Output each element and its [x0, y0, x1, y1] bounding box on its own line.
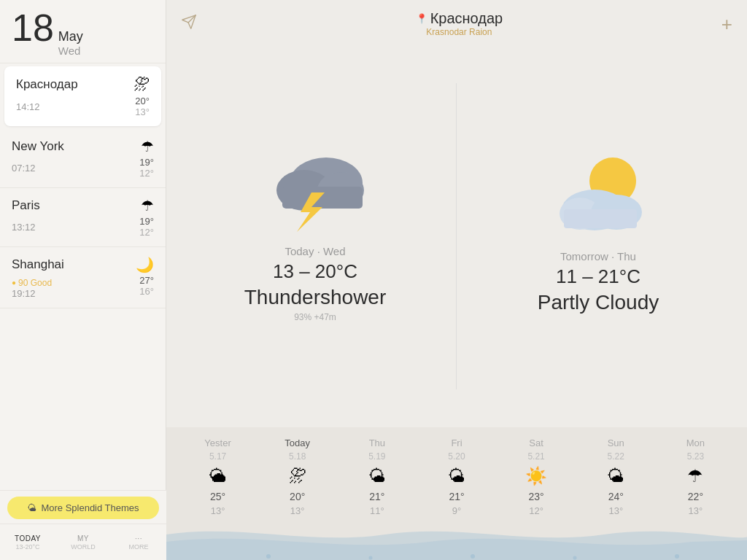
- fc-high-6: 22°: [688, 491, 703, 502]
- fc-date-1: 5.18: [289, 451, 306, 462]
- fc-day-6: Mon: [686, 438, 705, 448]
- city-name-newyork: New York: [12, 139, 64, 154]
- city-name-paris: Paris: [12, 198, 40, 213]
- fc-day-1: Today: [285, 438, 310, 448]
- today-label: Today · Wed: [285, 245, 345, 257]
- thunderstorm-icon: [260, 143, 370, 238]
- today-panel: Today · Wed 13 – 20°C Thundershower 93% …: [174, 44, 457, 427]
- svg-rect-9: [564, 209, 637, 228]
- fc-icon-1: ⛈: [289, 464, 306, 488]
- fc-icon-3: 🌤: [448, 464, 465, 488]
- weather-panels: Today · Wed 13 – 20°C Thundershower 93% …: [166, 44, 747, 427]
- fc-date-5: 5.22: [608, 451, 624, 462]
- pin-icon: 📍: [416, 13, 427, 24]
- nav-myworld-label: My: [77, 534, 89, 542]
- fc-day-5: Sun: [608, 438, 624, 448]
- fc-day-4: Sat: [529, 438, 543, 448]
- svg-point-12: [471, 554, 475, 559]
- date-day: Wed: [58, 44, 83, 57]
- fc-high-2: 21°: [369, 491, 384, 502]
- wave-decoration: [166, 520, 747, 560]
- shanghai-time: 19:12: [12, 288, 52, 299]
- newyork-weather-icon: ☂: [141, 138, 154, 155]
- fc-day-2: Thu: [369, 438, 385, 448]
- svg-rect-3: [282, 187, 363, 209]
- fc-low-2: 11°: [370, 505, 384, 516]
- add-button[interactable]: +: [721, 15, 732, 34]
- nav-today-label: Today: [15, 534, 41, 542]
- nav-more[interactable]: ··· MORE: [111, 532, 166, 553]
- today-detail: 93% +47m: [294, 312, 336, 322]
- forecast-bar: Yester 5.17 🌥 25° 13° Today 5.18 ⛈ 20° 1…: [166, 427, 747, 560]
- nav-today[interactable]: Today 13-20°C: [0, 532, 55, 553]
- paris-time: 13:12: [12, 222, 36, 233]
- forecast-today: Today 5.18 ⛈ 20° 13°: [272, 438, 323, 516]
- main-city-name-text: Краснодар: [430, 10, 503, 27]
- fc-icon-5: 🌤: [607, 464, 624, 488]
- fc-icon-2: 🌤: [368, 464, 386, 488]
- tomorrow-label: Tomorrow · Thu: [560, 250, 636, 262]
- fc-high-3: 21°: [449, 491, 464, 502]
- fc-date-0: 5.17: [209, 451, 226, 462]
- svg-point-11: [369, 556, 373, 560]
- forecast-yester: Yester 5.17 🌥 25° 13°: [193, 438, 244, 516]
- city-list: Краснодар ⛈ 14:12 20° 13° New York ☂ 07:…: [0, 63, 166, 560]
- tomorrow-panel: Tomorrow · Thu 11 – 21°C Partly Cloudy: [457, 44, 740, 427]
- fc-day-0: Yester: [204, 438, 231, 448]
- fc-low-4: 12°: [529, 505, 543, 516]
- send-icon[interactable]: [181, 14, 197, 34]
- nav-myworld[interactable]: My WORLD: [55, 532, 111, 553]
- shanghai-weather-icon: 🌙: [136, 256, 154, 273]
- svg-point-14: [675, 554, 679, 559]
- forecast-fri: Fri 5.20 🌤 21° 9°: [431, 438, 482, 516]
- paris-low: 12°: [139, 227, 154, 238]
- city-item-paris[interactable]: Paris ☂ 13:12 19° 12°: [0, 188, 166, 247]
- fc-icon-6: ☂: [687, 464, 703, 488]
- paris-weather-icon: ☂: [141, 197, 154, 214]
- city-item-krasnodar[interactable]: Краснодар ⛈ 14:12 20° 13°: [4, 66, 161, 126]
- paris-high: 19°: [139, 216, 154, 227]
- nav-myworld-sub: WORLD: [71, 543, 96, 551]
- shanghai-high: 27°: [139, 275, 154, 286]
- date-month: May: [58, 29, 83, 44]
- forecast-row: Yester 5.17 🌥 25° 13° Today 5.18 ⛈ 20° 1…: [178, 438, 735, 516]
- fc-low-0: 13°: [211, 505, 225, 516]
- city-name-shanghai: Shanghai: [12, 257, 64, 272]
- fc-date-4: 5.21: [527, 451, 544, 462]
- fc-date-3: 5.20: [448, 451, 465, 462]
- date-header: 18 May Wed: [0, 0, 166, 63]
- svg-point-10: [266, 554, 271, 559]
- themes-emoji: 🌤: [27, 502, 36, 513]
- main-content: 📍 Краснодар Krasnodar Raion +: [166, 0, 747, 560]
- svg-point-13: [573, 556, 577, 560]
- krasnodar-high: 20°: [135, 96, 150, 106]
- more-themes-button[interactable]: 🌤 More Splendid Themes: [7, 497, 159, 519]
- fc-date-2: 5.19: [368, 451, 385, 462]
- nav-more-label: ···: [135, 534, 142, 542]
- main-city-title: 📍 Краснодар Krasnodar Raion: [416, 10, 503, 37]
- fc-high-1: 20°: [290, 491, 305, 502]
- tomorrow-temp-range: 11 – 21°C: [556, 265, 640, 288]
- aqi-label: 90 Good: [18, 278, 52, 288]
- nav-today-sub: 13-20°C: [15, 543, 39, 551]
- fc-day-3: Fri: [451, 438, 462, 448]
- fc-low-3: 9°: [452, 505, 461, 516]
- partly-cloudy-icon: [543, 148, 653, 243]
- fc-low-5: 13°: [608, 505, 623, 516]
- nav-more-sub: MORE: [129, 543, 149, 551]
- forecast-sun: Sun 5.22 🌤 24° 13°: [590, 438, 641, 516]
- fc-icon-4: ☀️: [525, 464, 547, 488]
- city-name-krasnodar: Краснодар: [16, 77, 78, 92]
- fc-low-1: 13°: [290, 505, 305, 516]
- main-header: 📍 Краснодар Krasnodar Raion +: [166, 0, 747, 44]
- sidebar: 18 May Wed Краснодар ⛈ 14:12 20° 13°: [0, 0, 166, 560]
- forecast-mon: Mon 5.23 ☂ 22° 13°: [670, 438, 721, 516]
- today-condition: Thundershower: [244, 286, 387, 309]
- fc-high-4: 23°: [529, 491, 544, 502]
- more-themes-label: More Splendid Themes: [41, 502, 139, 513]
- fc-high-5: 24°: [608, 491, 624, 502]
- krasnodar-time: 14:12: [16, 101, 40, 112]
- city-item-shanghai[interactable]: Shanghai 🌙 ● 90 Good 19:12 27° 16°: [0, 247, 166, 308]
- city-item-newyork[interactable]: New York ☂ 07:12 19° 12°: [0, 129, 166, 188]
- newyork-high: 19°: [139, 157, 154, 168]
